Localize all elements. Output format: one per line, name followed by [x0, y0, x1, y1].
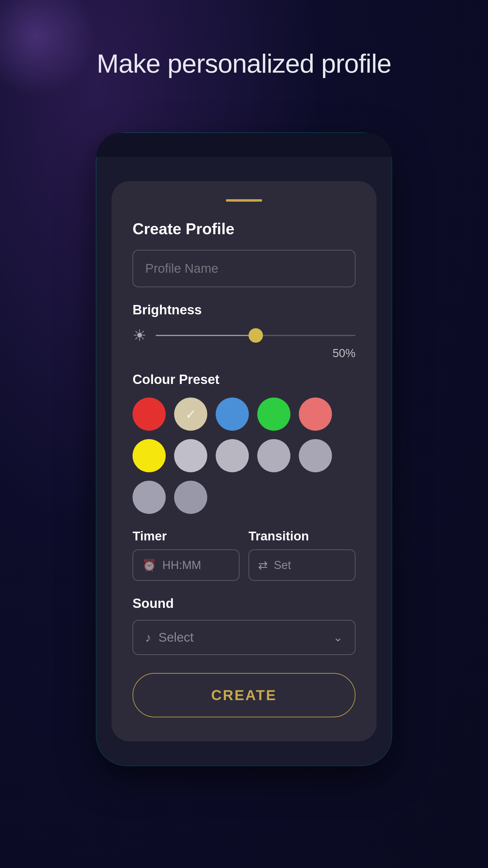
timer-label: Timer	[133, 529, 239, 544]
brightness-percent: 50%	[133, 347, 355, 360]
colour-yellow[interactable]	[133, 439, 166, 472]
sound-label: Sound	[133, 596, 355, 611]
colour-gray6[interactable]	[174, 481, 207, 514]
transition-block: Transition ⇄ Set	[249, 529, 355, 581]
colour-gray2[interactable]	[216, 439, 249, 472]
timer-block: Timer ⏰ HH:MM	[133, 529, 239, 581]
sound-select[interactable]: ♪ Select ⌄	[133, 620, 355, 655]
phone-top-bar	[96, 133, 392, 157]
colour-gray1[interactable]	[174, 439, 207, 472]
colour-red[interactable]	[133, 398, 166, 431]
clock-icon: ⏰	[142, 558, 156, 572]
transition-input[interactable]: ⇄ Set	[249, 550, 355, 581]
card-title: Create Profile	[133, 220, 355, 238]
music-icon: ♪	[145, 631, 151, 644]
transition-icon: ⇄	[258, 558, 268, 572]
profile-card: Create Profile Brightness ☀ 50% Colour P…	[111, 181, 377, 741]
brightness-label: Brightness	[133, 302, 355, 317]
colour-blue[interactable]	[216, 398, 249, 431]
slider-thumb[interactable]	[249, 328, 263, 343]
sun-icon: ☀	[133, 327, 147, 344]
colour-gray5[interactable]	[133, 481, 166, 514]
colour-salmon[interactable]	[299, 398, 332, 431]
phone-frame: Create Profile Brightness ☀ 50% Colour P…	[96, 133, 392, 766]
sound-block: Sound ♪ Select ⌄	[133, 596, 355, 655]
slider-fill	[156, 335, 256, 336]
colour-gray4[interactable]	[299, 439, 332, 472]
transition-label: Transition	[249, 529, 355, 544]
page-title: Make personalized profile	[48, 48, 440, 79]
timer-transition-row: Timer ⏰ HH:MM Transition ⇄ Set	[133, 529, 355, 581]
transition-placeholder: Set	[274, 559, 291, 572]
timer-input[interactable]: ⏰ HH:MM	[133, 550, 239, 581]
sound-placeholder: Select	[158, 630, 333, 645]
drag-handle[interactable]	[226, 199, 262, 202]
chevron-down-icon: ⌄	[333, 631, 343, 644]
colour-gray3[interactable]	[257, 439, 290, 472]
brightness-row: ☀	[133, 327, 355, 344]
timer-placeholder: HH:MM	[162, 559, 201, 572]
colour-grid	[133, 398, 355, 514]
slider-track	[156, 335, 355, 336]
colour-preset-label: Colour Preset	[133, 372, 355, 387]
create-button[interactable]: CREATE	[133, 673, 355, 717]
brightness-slider[interactable]	[156, 327, 355, 344]
colour-green[interactable]	[257, 398, 290, 431]
profile-name-input[interactable]	[133, 250, 355, 287]
colour-beige[interactable]	[174, 398, 207, 431]
